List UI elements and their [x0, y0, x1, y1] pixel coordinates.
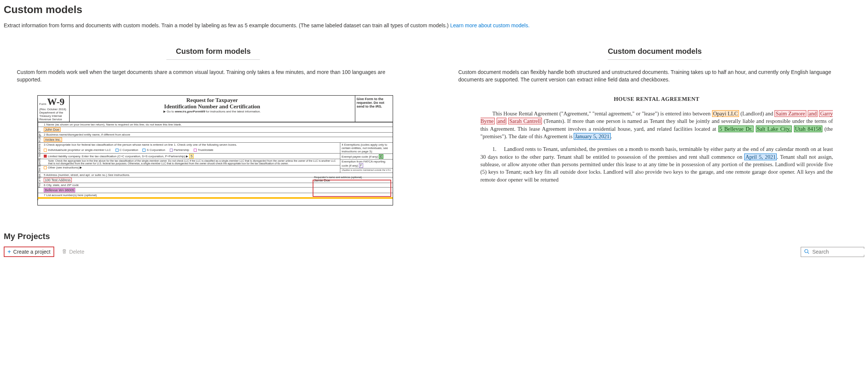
ck-scorp: S Corporation: [147, 148, 165, 152]
w9-requester-box: Requester's name and address (optional) …: [313, 180, 391, 197]
projects-toolbar: + Create a project Delete: [4, 247, 864, 257]
w9-llc-note: Note: Check the appropriate box in the l…: [38, 159, 340, 165]
intro-text: Extract information from forms and docum…: [4, 22, 450, 28]
w9-line5-value: 100 Test Address: [44, 178, 72, 182]
house-date1: January 5, 2021: [574, 133, 610, 140]
form-models-col: Custom form models Custom form models wo…: [4, 47, 423, 205]
document-models-desc: Custom document models can flexibly hand…: [445, 69, 865, 83]
house-p1b: (Landlord) and: [740, 111, 775, 117]
search-icon: [804, 249, 809, 255]
house-rental-preview: HOUSE RENTAL AGREEMENT This House Rental…: [479, 95, 835, 199]
my-projects-heading: My Projects: [4, 232, 864, 241]
w9-requester-label: Requester's name and address (optional): [314, 176, 390, 179]
house-landlord: Opayi LLC: [712, 110, 739, 117]
w9-line2-label: 2 Business name/disregarded entity name,…: [38, 132, 393, 137]
delete-label: Delete: [69, 249, 84, 255]
w9-goto-pre: ▶ Go to: [163, 110, 175, 113]
w9-requester-value: Jamie Doe: [314, 179, 390, 182]
document-models-heading: Custom document models: [608, 47, 702, 60]
models-row: Custom form models Custom form models wo…: [4, 47, 864, 205]
form-models-desc: Custom form models work well when the ta…: [4, 69, 423, 83]
svg-point-0: [805, 249, 808, 253]
house-p2num: 1.: [493, 146, 497, 152]
house-addr1: 5 Bellevue Dr.: [718, 126, 754, 132]
my-projects-section: My Projects + Create a project Delete: [4, 232, 864, 257]
house-and1: and: [808, 110, 818, 117]
w9-line2-value: Arctex Inc.: [44, 137, 62, 142]
house-tenant1: Saim Zamore: [775, 110, 806, 117]
page-title: Custom models: [4, 4, 864, 16]
trash-icon: [62, 249, 67, 255]
w9-line6-value: Bellevue WA 98005: [44, 188, 75, 192]
w9-line4-label: 4 Exemptions (codes apply only to certai…: [340, 142, 393, 154]
house-p1a: This House Rental Agreement ("Agreement,…: [493, 111, 712, 117]
w9-form-label: Form: [39, 102, 46, 106]
create-project-label: Create a project: [13, 249, 50, 255]
w9-give-form: Give Form to the requester. Do not send …: [355, 96, 393, 122]
w9-form-code: W-9: [47, 96, 65, 107]
w9-title-1: Request for Taxpayer: [71, 97, 353, 103]
document-models-image: HOUSE RENTAL AGREEMENT This House Rental…: [445, 95, 865, 199]
house-addr3: Utah 84158: [794, 126, 822, 132]
form-models-heading: Custom form models: [166, 47, 260, 60]
w9-form-preview: Print or type. See Specific Instructions…: [37, 95, 393, 205]
w9-line1-label: 1 Name (as shown on your income tax retu…: [38, 122, 393, 127]
ck-individual: Individual/sole proprietor or single-mem…: [48, 148, 111, 152]
ck-other: Other (see instructions) ▶: [48, 166, 82, 169]
document-models-col: Custom document models Custom document m…: [445, 47, 865, 205]
w9-line1-value: John Doe: [44, 127, 61, 132]
house-addr2: Salt Lake City,: [756, 126, 792, 132]
w9-rev: (Rev. October 2018): [39, 108, 66, 111]
form-models-image: Print or type. See Specific Instructions…: [4, 95, 423, 205]
search-box[interactable]: [801, 247, 864, 257]
w9-line3-label: 3 Check appropriate box for federal tax …: [38, 142, 340, 147]
w9-fatca-note: (Applies to accounts maintained outside …: [340, 168, 393, 173]
delete-button[interactable]: Delete: [62, 249, 84, 255]
w9-fatca-val: F: [359, 163, 364, 168]
w9-exempt-payee: Exempt payee code (if any): [342, 155, 378, 158]
ck-llc-value: S: [189, 154, 194, 158]
w9-title-2: Identification Number and Certification: [71, 103, 353, 110]
house-title: HOUSE RENTAL AGREEMENT: [481, 95, 833, 103]
plus-icon: +: [7, 248, 11, 255]
intro-paragraph: Extract information from forms and docum…: [4, 22, 864, 28]
house-p1e: .: [611, 133, 612, 139]
ck-partnership: Partnership: [174, 148, 189, 152]
ck-trust: Trust/estate: [198, 148, 214, 152]
house-tenant3: Sarah Cantrell: [508, 118, 542, 124]
create-project-button[interactable]: + Create a project: [4, 247, 54, 257]
w9-fatca: Exemption from FATCA reporting code (if …: [342, 160, 386, 167]
house-date2: April 5, 2021: [744, 154, 777, 160]
ck-ccorp: C Corporation: [120, 148, 138, 152]
learn-more-link[interactable]: Learn more about custom models.: [450, 22, 530, 28]
w9-goto-suf: for instructions and the latest informat…: [205, 110, 261, 113]
ck-llc: Limited liability company. Enter the tax…: [48, 155, 188, 158]
house-and2: and: [497, 118, 507, 124]
w9-goto-url: www.irs.gov/FormW9: [175, 110, 205, 113]
w9-exempt-payee-val: E: [379, 154, 383, 159]
search-input[interactable]: [812, 249, 868, 255]
